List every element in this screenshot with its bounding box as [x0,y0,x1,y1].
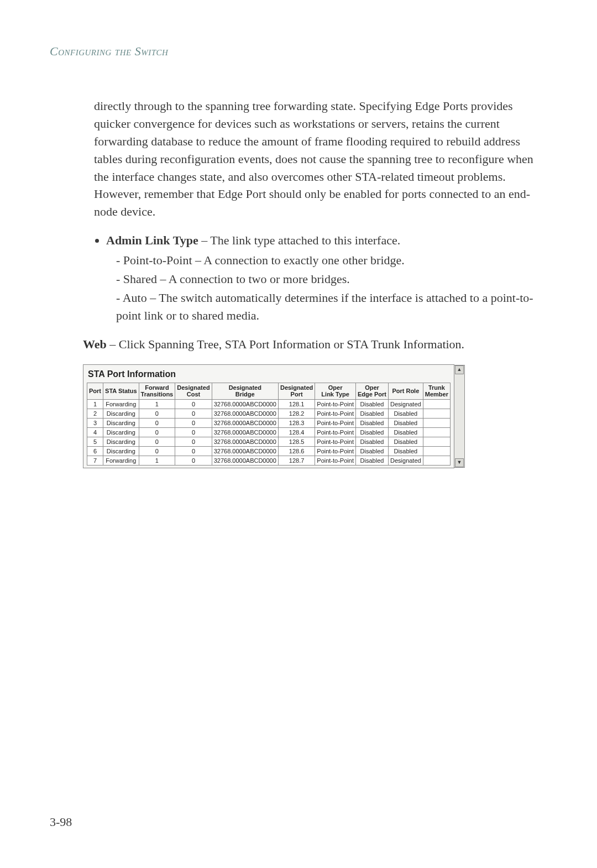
cell-dp: 128.6 [278,446,315,456]
cell-db: 32768.0000ABCD0000 [212,456,278,465]
table-row: 2Discarding0032768.0000ABCD0000128.2Poin… [87,409,451,418]
scroll-down-icon[interactable]: ▼ [455,458,464,467]
sta-table: Port STA Status ForwardTransitions Desig… [87,383,451,466]
web-label: Web [83,337,107,351]
cell-db: 32768.0000ABCD0000 [212,418,278,427]
cell-dc: 0 [175,437,212,446]
cell-oep: Disabled [355,409,388,418]
cell-port: 5 [87,437,103,446]
sub-auto: Auto – The switch automatically determin… [116,289,547,325]
cell-ft: 0 [139,409,175,418]
cell-dc: 0 [175,418,212,427]
cell-ft: 1 [139,399,175,409]
col-sta-status: STA Status [103,383,139,399]
sub-shared: Shared – A connection to two or more bri… [116,270,547,288]
admin-link-type-item: Admin Link Type – The link type attached… [106,232,547,324]
cell-trunk [423,437,450,446]
table-row: 1Forwarding1032768.0000ABCD0000128.1Poin… [87,399,451,409]
cell-port: 7 [87,456,103,465]
cell-port: 1 [87,399,103,409]
table-row: 4Discarding0032768.0000ABCD0000128.4Poin… [87,427,451,437]
cell-port: 3 [87,418,103,427]
col-designated-cost: DesignatedCost [175,383,212,399]
cell-ft: 0 [139,427,175,437]
cell-olt: Point-to-Point [315,437,356,446]
admin-link-type-sublist: Point-to-Point – A connection to exactly… [106,252,547,325]
table-row: 7Forwarding1032768.0000ABCD0000128.7Poin… [87,456,451,465]
cell-db: 32768.0000ABCD0000 [212,409,278,418]
sta-header-row: Port STA Status ForwardTransitions Desig… [87,383,451,399]
admin-link-type-label: Admin Link Type [106,233,198,247]
cell-dc: 0 [175,427,212,437]
cell-role: Designated [388,456,423,465]
cell-dp: 128.2 [278,409,315,418]
cell-port: 2 [87,409,103,418]
cell-dc: 0 [175,409,212,418]
cell-role: Disabled [388,427,423,437]
cell-trunk [423,427,450,437]
col-port: Port [87,383,103,399]
web-instruction: Web – Click Spanning Tree, STA Port Info… [83,336,547,353]
cell-dc: 0 [175,446,212,456]
scrollbar[interactable]: ▲ ▼ [454,365,465,468]
cell-olt: Point-to-Point [315,456,356,465]
cell-role: Disabled [388,418,423,427]
cell-dp: 128.7 [278,456,315,465]
sta-title: STA Port Information [88,369,449,379]
scroll-up-icon[interactable]: ▲ [455,365,464,374]
cell-port: 4 [87,427,103,437]
cell-dp: 128.3 [278,418,315,427]
cell-dp: 128.5 [278,437,315,446]
table-row: 5Discarding0032768.0000ABCD0000128.5Poin… [87,437,451,446]
table-row: 3Discarding0032768.0000ABCD0000128.3Poin… [87,418,451,427]
cell-trunk [423,418,450,427]
cell-role: Disabled [388,437,423,446]
cell-dp: 128.1 [278,399,315,409]
cell-status: Discarding [103,427,139,437]
cell-role: Disabled [388,409,423,418]
running-head: Configuring the Switch [50,44,547,59]
cell-status: Forwarding [103,399,139,409]
cell-trunk [423,446,450,456]
col-trunk-member: TrunkMember [423,383,450,399]
cell-status: Discarding [103,409,139,418]
cell-status: Discarding [103,418,139,427]
cell-oep: Disabled [355,446,388,456]
cell-ft: 0 [139,446,175,456]
admin-link-type-desc: – The link type attached to this interfa… [198,233,401,247]
col-designated-bridge: DesignatedBridge [212,383,278,399]
cell-trunk [423,456,450,465]
cell-olt: Point-to-Point [315,418,356,427]
cell-dp: 128.4 [278,427,315,437]
cell-oep: Disabled [355,427,388,437]
page-number: 3-98 [50,815,72,829]
cell-dc: 0 [175,399,212,409]
cell-db: 32768.0000ABCD0000 [212,437,278,446]
cell-role: Disabled [388,446,423,456]
col-forward-trans: ForwardTransitions [139,383,175,399]
cell-ft: 1 [139,456,175,465]
cell-status: Discarding [103,437,139,446]
admin-link-type-list: Admin Link Type – The link type attached… [94,232,547,324]
cell-port: 6 [87,446,103,456]
col-oper-edge-port: OperEdge Port [355,383,388,399]
cell-trunk [423,409,450,418]
cell-olt: Point-to-Point [315,427,356,437]
cell-olt: Point-to-Point [315,409,356,418]
cell-ft: 0 [139,437,175,446]
intro-paragraph: directly through to the spanning tree fo… [94,97,547,221]
cell-oep: Disabled [355,456,388,465]
cell-db: 32768.0000ABCD0000 [212,427,278,437]
cell-role: Designated [388,399,423,409]
running-head-text: Configuring the Switch [50,44,168,58]
cell-trunk [423,399,450,409]
cell-status: Forwarding [103,456,139,465]
cell-olt: Point-to-Point [315,399,356,409]
cell-dc: 0 [175,456,212,465]
cell-olt: Point-to-Point [315,446,356,456]
table-row: 6Discarding0032768.0000ABCD0000128.6Poin… [87,446,451,456]
col-designated-port: DesignatedPort [278,383,315,399]
sta-port-info-panel: STA Port Information Port STA Status For… [83,364,454,468]
web-text: – Click Spanning Tree, STA Port Informat… [107,337,464,351]
cell-oep: Disabled [355,437,388,446]
